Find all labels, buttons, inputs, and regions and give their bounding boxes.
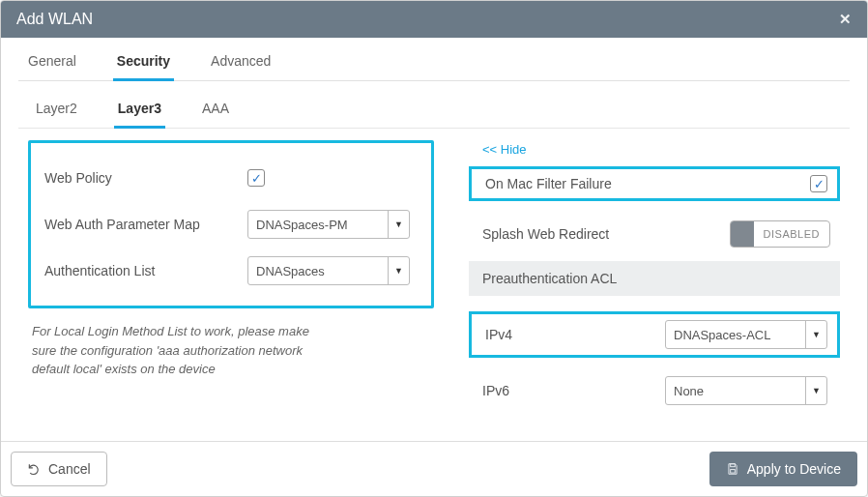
auth-list-dropdown[interactable]: DNASpaces ▼ <box>247 256 410 285</box>
splash-label: Splash Web Redirect <box>482 226 609 242</box>
right-column: << Hide On Mac Filter Failure ✓ Splash W… <box>444 134 850 418</box>
apply-button[interactable]: Apply to Device <box>709 452 857 486</box>
note-text: For Local Login Method List to work, ple… <box>28 322 318 379</box>
left-highlight-box: Web Policy ✓ Web Auth Parameter Map DNAS… <box>28 140 434 308</box>
web-policy-label: Web Policy <box>44 170 247 186</box>
preauth-section-header: Preauthentication ACL <box>469 261 840 296</box>
web-auth-param-value: DNASpaces-PM <box>248 218 388 232</box>
tabs-primary: General Security Advanced <box>18 38 850 81</box>
mac-filter-checkbox[interactable]: ✓ <box>810 175 827 192</box>
hide-link[interactable]: << Hide <box>469 140 527 166</box>
auth-list-label: Authentication List <box>44 263 247 278</box>
ipv6-value: None <box>666 384 805 398</box>
cancel-button[interactable]: Cancel <box>11 452 107 486</box>
close-icon[interactable]: ✕ <box>839 11 852 28</box>
tab-layer3[interactable]: Layer3 <box>114 95 165 128</box>
undo-icon <box>27 462 41 476</box>
tab-layer2[interactable]: Layer2 <box>32 95 81 128</box>
add-wlan-modal: Add WLAN ✕ General Security Advanced Lay… <box>0 0 868 497</box>
left-column: Web Policy ✓ Web Auth Parameter Map DNAS… <box>18 134 444 418</box>
tabs-secondary: Layer2 Layer3 AAA <box>18 81 850 129</box>
ipv4-highlight-row: IPv4 DNASpaces-ACL ▼ <box>469 311 840 358</box>
svg-rect-0 <box>730 464 735 467</box>
chevron-down-icon: ▼ <box>388 211 409 238</box>
ipv4-value: DNASpaces-ACL <box>666 328 805 342</box>
web-policy-checkbox[interactable]: ✓ <box>247 169 265 187</box>
save-icon <box>726 462 739 476</box>
modal-footer: Cancel Apply to Device <box>1 441 867 496</box>
chevron-down-icon: ▼ <box>805 377 826 404</box>
mac-filter-label: On Mac Filter Failure <box>485 176 612 191</box>
auth-list-row: Authentication List DNASpaces ▼ <box>44 248 418 294</box>
splash-toggle[interactable]: DISABLED <box>730 220 830 248</box>
cancel-label: Cancel <box>48 461 91 477</box>
auth-list-value: DNASpaces <box>248 264 388 278</box>
svg-rect-1 <box>730 470 735 474</box>
ipv4-dropdown[interactable]: DNASpaces-ACL ▼ <box>665 320 827 349</box>
ipv6-label: IPv6 <box>482 383 509 398</box>
modal-body: General Security Advanced Layer2 Layer3 … <box>1 38 867 441</box>
ipv6-dropdown[interactable]: None ▼ <box>665 376 827 405</box>
chevron-down-icon: ▼ <box>388 257 409 284</box>
mac-filter-highlight: On Mac Filter Failure ✓ <box>469 166 840 201</box>
ipv4-label: IPv4 <box>485 327 512 342</box>
web-auth-param-label: Web Auth Parameter Map <box>44 217 247 232</box>
splash-toggle-label: DISABLED <box>754 228 829 240</box>
tab-security[interactable]: Security <box>113 47 174 80</box>
modal-title: Add WLAN <box>16 11 93 28</box>
modal-header: Add WLAN ✕ <box>1 1 867 38</box>
web-auth-param-dropdown[interactable]: DNASpaces-PM ▼ <box>247 210 410 239</box>
tab-advanced[interactable]: Advanced <box>207 47 275 80</box>
tab-aaa[interactable]: AAA <box>198 95 233 128</box>
content-area: Web Policy ✓ Web Auth Parameter Map DNAS… <box>18 129 850 427</box>
ipv6-row: IPv6 None ▼ <box>469 369 840 412</box>
apply-label: Apply to Device <box>747 461 841 477</box>
tab-general[interactable]: General <box>24 47 80 80</box>
splash-row: Splash Web Redirect DISABLED <box>469 213 840 255</box>
toggle-knob <box>731 221 754 247</box>
chevron-down-icon: ▼ <box>805 321 826 348</box>
web-auth-param-row: Web Auth Parameter Map DNASpaces-PM ▼ <box>44 201 418 248</box>
web-policy-row: Web Policy ✓ <box>44 155 418 201</box>
